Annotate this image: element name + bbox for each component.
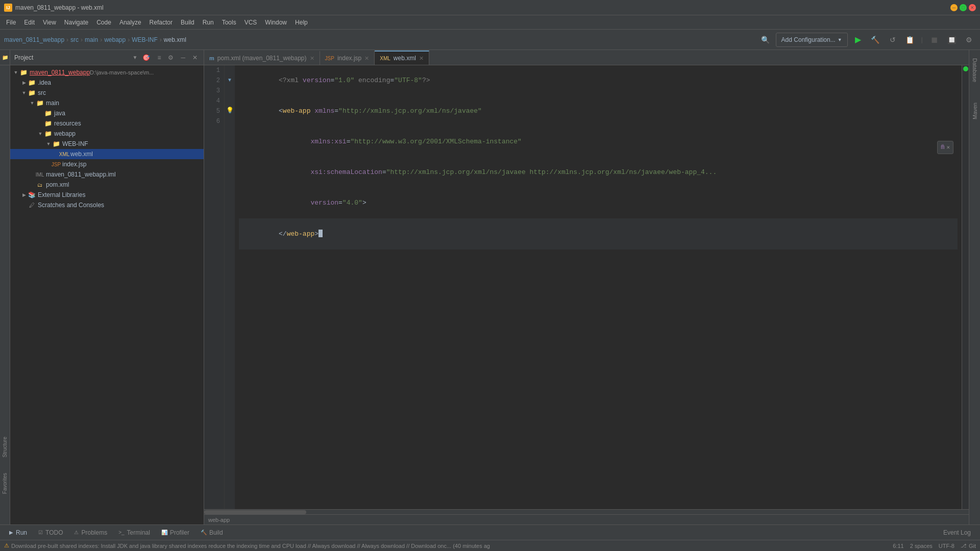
- menu-tools[interactable]: Tools: [218, 18, 240, 27]
- panel-settings-button[interactable]: ⚙: [166, 53, 176, 62]
- tree-webinf[interactable]: ▼ 📁 WEB-INF: [10, 139, 204, 149]
- tree-arrow-webapp: ▼: [37, 131, 44, 136]
- tab-close-indexjsp[interactable]: ✕: [364, 56, 369, 61]
- tree-root[interactable]: ▼ 📁 maven_0811_webapp D:\java-maven-spac…: [10, 67, 204, 78]
- tree-iml[interactable]: IML maven_0811_webapp.iml: [10, 169, 204, 180]
- line-ending[interactable]: 2 spaces: [910, 543, 933, 549]
- bottom-tab-profiler[interactable]: 📊 Profiler: [156, 526, 194, 539]
- tree-java[interactable]: 📁 java: [10, 108, 204, 118]
- rerun-button[interactable]: ↺: [886, 33, 900, 47]
- toolbar-right: 🔍 Add Configuration... ▼ ▶ 🔨 ↺ 📋 | ◼ 🔲 ⚙: [758, 33, 976, 47]
- intention-bulb-5[interactable]: 💡: [226, 106, 234, 114]
- add-configuration-button[interactable]: Add Configuration... ▼: [776, 33, 848, 47]
- tree-scratches[interactable]: 🖊 Scratches and Consoles: [10, 200, 204, 210]
- panel-minimize-button[interactable]: ✕: [190, 53, 200, 62]
- search-everywhere-button[interactable]: 🔲: [944, 33, 959, 47]
- code-line-4: xsi:schemaLocation="http://xmlns.jcp.org…: [239, 157, 958, 188]
- tree-label-idea: .idea: [38, 79, 51, 86]
- minimize-button[interactable]: ─: [950, 4, 958, 11]
- navigate-back-button[interactable]: 🔍: [758, 33, 773, 47]
- hint-close-icon[interactable]: ✕: [946, 142, 950, 153]
- code-area[interactable]: <?xml version="1.0" encoding="UTF-8"?> <…: [235, 65, 962, 509]
- tree-src[interactable]: ▼ 📁 src: [10, 88, 204, 98]
- menu-analyze[interactable]: Analyze: [115, 18, 145, 27]
- tree-label-webxml: web.xml: [70, 151, 93, 158]
- tab-pom[interactable]: m pom.xml (maven_0811_webapp) ✕: [204, 51, 320, 65]
- menu-vcs[interactable]: VCS: [240, 18, 261, 27]
- menu-code[interactable]: Code: [92, 18, 115, 27]
- tree-webapp[interactable]: ▼ 📁 webapp: [10, 129, 204, 139]
- build-button[interactable]: 🔨: [868, 33, 883, 47]
- coverage-button[interactable]: 📋: [903, 33, 917, 47]
- window-controls[interactable]: ─ □ ✕: [950, 4, 976, 11]
- bottom-tab-build[interactable]: 🔨 Build: [195, 526, 228, 539]
- cursor-position[interactable]: 6:11: [893, 543, 903, 549]
- maximize-button[interactable]: □: [960, 4, 967, 11]
- menu-view[interactable]: View: [39, 18, 60, 27]
- tab-close-pom[interactable]: ✕: [310, 56, 314, 61]
- database-panel-toggle[interactable]: Database: [971, 54, 979, 86]
- horizontal-scrollbar[interactable]: [204, 509, 969, 514]
- menu-help[interactable]: Help: [291, 18, 312, 27]
- tree-main[interactable]: ▼ 📁 main: [10, 98, 204, 108]
- fold-arrow-2[interactable]: ▼: [226, 76, 234, 84]
- close-button[interactable]: ✕: [969, 4, 976, 11]
- problems-tab-icon: ⚠: [74, 530, 79, 535]
- breadcrumb-webapp[interactable]: webapp: [104, 36, 126, 43]
- tree-webxml[interactable]: XML web.xml: [10, 149, 204, 159]
- editor-breadcrumb: web-app: [204, 514, 969, 524]
- menu-navigate[interactable]: Navigate: [60, 18, 92, 27]
- menu-file[interactable]: File: [2, 18, 20, 27]
- maven-panel-toggle[interactable]: Maven: [971, 98, 979, 123]
- breadcrumb-element: web-app: [208, 517, 230, 523]
- tab-icon-pom: m: [209, 55, 214, 61]
- tree-resources[interactable]: 📁 resources: [10, 118, 204, 129]
- inline-hint-widget[interactable]: m̈ ✕: [937, 141, 953, 154]
- menu-build[interactable]: Build: [177, 18, 199, 27]
- structure-panel-toggle[interactable]: Structure: [2, 437, 8, 458]
- panel-close-button[interactable]: ─: [179, 53, 187, 62]
- tree-label-pomxml: pom.xml: [46, 181, 69, 188]
- bottom-tab-run[interactable]: ▶ Run: [4, 526, 32, 539]
- breadcrumb-webinf[interactable]: WEB-INF: [132, 36, 158, 43]
- code-editor[interactable]: 1 2 3 4 5 6 ▼ 💡 <?xml version="1.0" enco: [204, 65, 969, 509]
- folder-icon-root: 📁: [19, 68, 28, 77]
- problems-tab-label: Problems: [81, 529, 107, 536]
- encoding-status[interactable]: UTF-8: [939, 543, 954, 549]
- tab-close-webxml[interactable]: ✕: [419, 56, 424, 61]
- stop-button[interactable]: ◼: [927, 33, 941, 47]
- favorites-panel-toggle[interactable]: Favorites: [2, 473, 8, 494]
- menu-window[interactable]: Window: [261, 18, 291, 27]
- editor-area: m pom.xml (maven_0811_webapp) ✕ JSP inde…: [204, 50, 969, 524]
- bottom-tab-eventlog[interactable]: Event Log: [938, 526, 976, 539]
- settings-button[interactable]: ⚙: [962, 33, 976, 47]
- menu-edit[interactable]: Edit: [20, 18, 39, 27]
- h-scrollbar-thumb[interactable]: [204, 510, 306, 514]
- breadcrumb-main[interactable]: main: [85, 36, 98, 43]
- tree-idea[interactable]: ▶ 📁 .idea: [10, 78, 204, 88]
- menu-refactor[interactable]: Refactor: [145, 18, 177, 27]
- tree-indexjsp[interactable]: JSP index.jsp: [10, 159, 204, 169]
- breadcrumb-project[interactable]: maven_0811_webapp: [4, 36, 64, 43]
- build-tab-label: Build: [209, 529, 223, 536]
- collapse-all-button[interactable]: ≡: [155, 53, 163, 62]
- bottom-tab-terminal[interactable]: >_ Terminal: [113, 526, 155, 539]
- project-panel-toggle[interactable]: 📁: [0, 50, 10, 65]
- tab-webxml[interactable]: XML web.xml ✕: [375, 51, 429, 65]
- menu-run[interactable]: Run: [199, 18, 218, 27]
- bottom-tab-todo[interactable]: ☑ TODO: [33, 526, 68, 539]
- locate-file-button[interactable]: 🎯: [140, 53, 152, 62]
- tab-indexjsp[interactable]: JSP index.jsp ✕: [320, 51, 375, 65]
- bottom-tab-problems[interactable]: ⚠ Problems: [69, 526, 112, 539]
- right-error-strip: [962, 65, 969, 509]
- run-tab-label: Run: [16, 529, 27, 536]
- menu-bar: File Edit View Navigate Code Analyze Ref…: [0, 15, 980, 30]
- tree-external[interactable]: ▶ 📚 External Libraries: [10, 190, 204, 200]
- hint-icon: m̈: [941, 142, 944, 153]
- tree-pomxml[interactable]: 🗂 pom.xml: [10, 180, 204, 190]
- run-button[interactable]: ▶: [851, 33, 865, 47]
- git-branch[interactable]: ⎇ Git: [961, 543, 976, 549]
- breadcrumb-src[interactable]: src: [70, 36, 79, 43]
- folder-icon-resources: 📁: [44, 119, 52, 128]
- editor-gutter: ▼ 💡: [225, 65, 235, 509]
